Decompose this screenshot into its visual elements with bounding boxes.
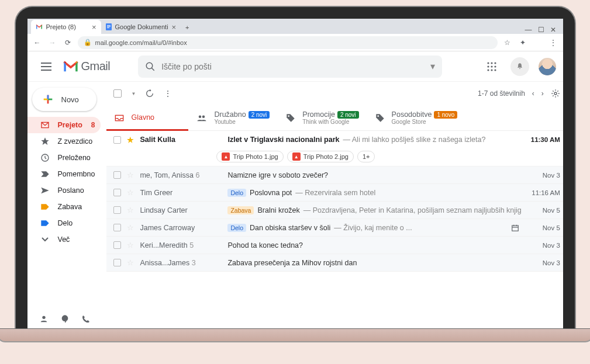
svg-point-21 [202, 115, 205, 118]
plus-multicolor-icon [42, 93, 54, 106]
svg-point-18 [554, 92, 557, 95]
sidebar-item-preloženo[interactable]: Preloženo [27, 150, 101, 166]
url-input[interactable]: 🔒 mail.google.com/mail/u/0/#inbox [78, 36, 498, 49]
attachment-chip[interactable]: ▲Trip Photo 2.jpg [287, 151, 354, 162]
mail-sender: James Carroway [140, 224, 222, 232]
screen-bezel: Prejeto (8) × Google Dokumenti × + — ☐ ✕… [15, 6, 576, 328]
svg-rect-24 [512, 225, 519, 230]
extensions-icon[interactable]: ✦ [517, 39, 528, 47]
page-prev-icon[interactable]: ‹ [532, 89, 534, 98]
mail-row[interactable]: ☆ Lindsay Carter ZabavaBralni krožek — P… [106, 202, 563, 219]
browser-tab-docs[interactable]: Google Dokumenti × [101, 20, 181, 34]
browser-menu-icon[interactable]: ⋮ [548, 39, 558, 47]
sidebar-item-zabava[interactable]: Zabava [27, 199, 101, 215]
mail-checkbox[interactable] [113, 224, 121, 231]
account-avatar[interactable] [539, 58, 556, 75]
apps-grid-button[interactable] [482, 57, 501, 76]
star-icon[interactable]: ☆ [127, 206, 134, 214]
mail-checkbox[interactable] [113, 189, 121, 196]
star-icon [40, 137, 50, 146]
sidebar-item-več[interactable]: Več [27, 231, 101, 248]
calendar-event-icon [511, 224, 519, 232]
refresh-button[interactable] [145, 89, 154, 98]
star-icon[interactable]: ☆ [127, 241, 134, 249]
search-box[interactable]: ▾ [138, 56, 442, 78]
updates-icon [375, 113, 385, 123]
settings-gear-icon[interactable] [551, 89, 560, 98]
browser-tab-gmail[interactable]: Prejeto (8) × [31, 20, 101, 34]
hangouts-icon[interactable] [60, 314, 70, 324]
category-tab-promocije[interactable]: Promocije2 noviThink with Google [278, 105, 367, 130]
new-tab-button[interactable]: + [181, 21, 194, 34]
phone-icon[interactable] [81, 314, 91, 324]
mail-checkbox[interactable] [113, 171, 121, 179]
sidebar-item-z-zvezdico[interactable]: Z zvezdico [27, 133, 101, 150]
mail-list: ★ Salit Kulla Izlet v Triglavski naciona… [106, 131, 563, 328]
mail-subject: Dan obiska staršev v šoli [250, 224, 330, 232]
sidebar-item-delo[interactable]: Delo [27, 215, 101, 231]
category-tabs: Glavno Družabno2 noviYoutube Promocije2 … [106, 105, 563, 131]
select-dropdown-icon[interactable]: ▼ [131, 91, 136, 96]
hamburger-icon [41, 63, 51, 71]
mail-checkbox[interactable] [113, 259, 121, 266]
gmail-logo[interactable]: Gmail [63, 60, 111, 73]
sidebar-item-poslano[interactable]: Poslano [27, 182, 101, 199]
svg-point-20 [199, 115, 202, 118]
mail-date: Nov 5 [527, 207, 560, 214]
mail-toolbar: ▼ ⋮ 1-7 od številnih ‹ › [106, 82, 563, 105]
attachment-more-chip[interactable]: 1+ [357, 151, 375, 162]
inbox-icon [40, 121, 50, 129]
star-icon[interactable]: ★ [127, 136, 134, 144]
svg-point-8 [494, 62, 496, 64]
label-orange-icon [40, 203, 50, 211]
important-icon [40, 170, 50, 178]
mail-checkbox[interactable] [113, 241, 121, 249]
browser-tab-title: Prejeto (8) [46, 23, 76, 30]
window-close-icon[interactable]: ✕ [550, 26, 556, 34]
select-all-checkbox[interactable] [113, 89, 122, 98]
search-input[interactable] [161, 62, 425, 71]
star-icon[interactable]: ☆ [127, 171, 134, 179]
mail-row[interactable]: ☆ Keri...Meredith 5 Pohod ta konec tedna… [106, 237, 563, 254]
star-icon[interactable]: ☆ [127, 223, 134, 232]
sidebar-item-pomembno[interactable]: Pomembno [27, 166, 101, 182]
mail-row[interactable]: ☆ Anissa...James 3 Zabava presečenja za … [106, 254, 563, 272]
window-minimize-icon[interactable]: — [525, 26, 532, 34]
mail-row[interactable]: ★ Salit Kulla Izlet v Triglavski naciona… [106, 131, 563, 148]
search-options-icon[interactable]: ▾ [430, 61, 435, 72]
star-icon[interactable]: ☆ [127, 258, 134, 267]
more-button[interactable]: ⋮ [164, 89, 172, 98]
window-maximize-icon[interactable]: ☐ [538, 26, 544, 34]
notifications-button[interactable] [510, 57, 529, 76]
bookmark-star-icon[interactable]: ☆ [502, 39, 513, 47]
nav-back-icon[interactable]: ← [32, 39, 43, 47]
mail-sender: Tim Greer [140, 189, 222, 197]
mail-row[interactable]: ☆ James Carroway DeloDan obiska staršev … [106, 219, 563, 237]
category-subtitle: Google Store [392, 119, 458, 126]
close-tab-icon[interactable]: × [92, 23, 96, 32]
close-tab-icon[interactable]: × [172, 23, 177, 32]
category-tab-posodobitve[interactable]: Posodobitve1 novoGoogle Store [367, 105, 466, 130]
compose-button[interactable]: Novo [32, 88, 96, 111]
bell-icon [516, 63, 524, 71]
mail-row[interactable]: ☆ me, Tom, Anissa 6 Namizne igre v sobot… [106, 167, 563, 184]
nav-reload-icon[interactable]: ⟳ [63, 39, 73, 47]
category-tab-glavno[interactable]: Glavno [106, 105, 188, 130]
attachment-chip[interactable]: ▲Trip Photo 1.jpg [216, 151, 283, 162]
star-icon[interactable]: ☆ [127, 188, 134, 197]
svg-point-22 [288, 115, 290, 117]
category-tab-družabno[interactable]: Družabno2 noviYoutube [188, 105, 278, 130]
mail-checkbox[interactable] [113, 206, 121, 214]
category-badge: 1 novo [434, 111, 457, 119]
laptop-frame: Prejeto (8) × Google Dokumenti × + — ☐ ✕… [15, 6, 576, 342]
nav-forward-icon[interactable]: → [47, 39, 58, 47]
mail-row[interactable]: ☆ Tim Greer DeloPoslovna pot — Rezervira… [106, 184, 563, 202]
page-next-icon[interactable]: › [541, 89, 544, 98]
mail-checkbox[interactable] [113, 136, 121, 144]
mail-snippet: — Živijo, kaj menite o ... [334, 224, 412, 232]
svg-point-16 [42, 316, 45, 319]
contacts-icon[interactable] [39, 314, 49, 324]
sidebar-item-prejeto[interactable]: Prejeto 8 [27, 117, 101, 133]
hamburger-menu-button[interactable] [34, 55, 58, 78]
svg-point-6 [487, 62, 489, 64]
